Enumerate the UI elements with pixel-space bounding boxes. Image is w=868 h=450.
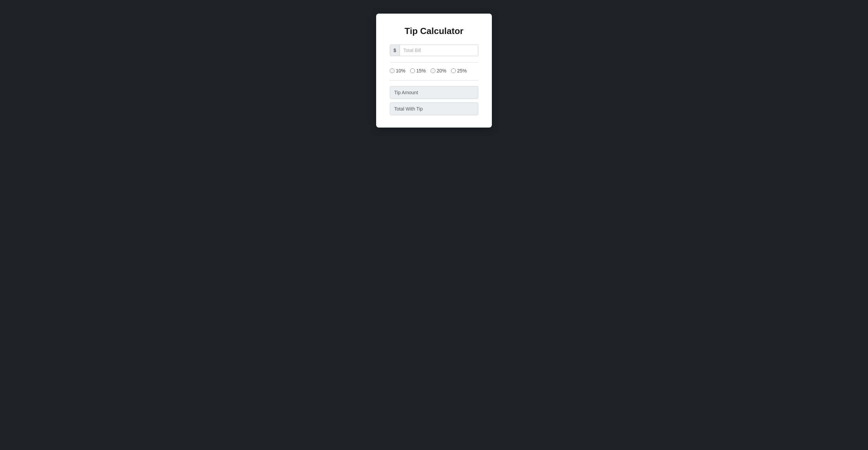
tip-option-25[interactable]: 25% (451, 68, 467, 73)
app-title: Tip Calculator (390, 26, 478, 36)
tip-label-15: 15% (416, 68, 426, 73)
tip-amount-display: Tip Amount (390, 86, 478, 99)
bill-input[interactable] (400, 45, 478, 56)
bill-input-row: $ (390, 45, 478, 56)
tip-radio-15[interactable] (410, 68, 415, 73)
tip-label-20: 20% (437, 68, 446, 73)
tip-option-20[interactable]: 20% (431, 68, 446, 73)
tip-radio-25[interactable] (451, 68, 456, 73)
tip-radio-20[interactable] (431, 68, 435, 73)
tip-option-15[interactable]: 15% (410, 68, 426, 73)
tip-radio-10[interactable] (390, 68, 395, 73)
tip-options-group: 10% 15% 20% 25% (390, 68, 478, 73)
tip-option-10[interactable]: 10% (390, 68, 405, 73)
tip-label-10: 10% (396, 68, 405, 73)
divider-2 (390, 80, 478, 81)
tip-label-25: 25% (457, 68, 467, 73)
total-with-tip-display: Total With Tip (390, 102, 478, 115)
calculator-card: Tip Calculator $ 10% 15% 20% 25% Tip Amo… (376, 14, 492, 128)
dollar-sign-label: $ (390, 45, 400, 56)
divider-1 (390, 62, 478, 63)
